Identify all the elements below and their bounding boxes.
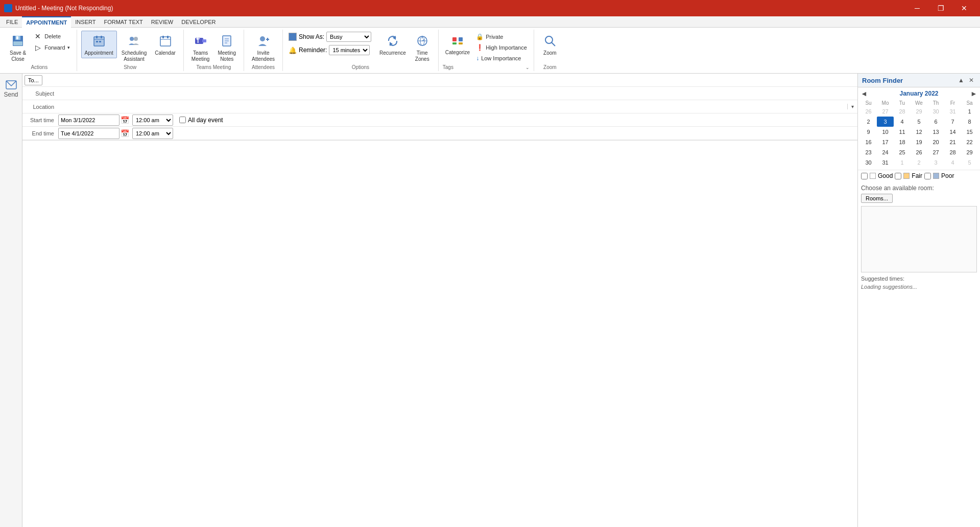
- minimize-button[interactable]: ─: [905, 0, 929, 16]
- menu-appointment[interactable]: APPOINTMENT: [22, 16, 71, 28]
- end-date-input[interactable]: [58, 128, 119, 139]
- close-button[interactable]: ✕: [952, 0, 976, 16]
- save-close-label: Save &Close: [10, 50, 26, 62]
- private-button[interactable]: 🔒 Private: [473, 32, 530, 42]
- calendar-day[interactable]: 3: [877, 117, 894, 127]
- teams-meeting-button[interactable]: T TeamsMeeting: [188, 31, 213, 64]
- calendar-day[interactable]: 27: [877, 106, 894, 117]
- calendar-day[interactable]: 17: [877, 137, 894, 147]
- body-area[interactable]: [22, 141, 857, 345]
- menu-review[interactable]: REVIEW: [147, 16, 177, 28]
- location-row: Location ▾: [22, 100, 857, 113]
- start-time-select[interactable]: 12:00 am: [132, 114, 173, 126]
- calendar-day[interactable]: 29: [961, 147, 978, 157]
- calendar-day[interactable]: 22: [961, 137, 978, 147]
- to-input[interactable]: [44, 75, 857, 85]
- recurrence-button[interactable]: Recurrence: [376, 31, 410, 58]
- meeting-notes-button[interactable]: MeetingNotes: [214, 31, 240, 64]
- appointment-button[interactable]: Appointment: [81, 31, 117, 58]
- save-close-button[interactable]: Save &Close: [6, 31, 30, 64]
- calendar-day[interactable]: 20: [927, 137, 944, 147]
- room-finder-close-btn[interactable]: ✕: [967, 76, 976, 85]
- to-button[interactable]: To...: [25, 75, 42, 85]
- fair-checkbox[interactable]: [895, 173, 901, 179]
- zoom-button[interactable]: Zoom: [538, 31, 562, 58]
- calendar-day[interactable]: 9: [860, 127, 877, 137]
- high-importance-icon: ❗: [476, 44, 484, 51]
- calendar-day[interactable]: 15: [961, 127, 978, 137]
- next-month-button[interactable]: ►: [970, 89, 978, 98]
- tags-expand-icon[interactable]: ⌄: [525, 65, 530, 70]
- calendar-day[interactable]: 5: [911, 117, 927, 127]
- calendar-day[interactable]: 4: [944, 157, 961, 168]
- calendar-day[interactable]: 1: [961, 106, 978, 117]
- menu-format-text[interactable]: FORMAT TEXT: [100, 16, 147, 28]
- show-as-select[interactable]: Busy Free Tentative Out of Office: [326, 32, 371, 42]
- subject-input[interactable]: [58, 88, 857, 99]
- calendar-day[interactable]: 3: [927, 157, 944, 168]
- allday-checkbox[interactable]: [179, 117, 186, 123]
- calendar-day[interactable]: 25: [894, 147, 911, 157]
- calendar-day[interactable]: 21: [944, 137, 961, 147]
- subject-row: Subject: [22, 87, 857, 100]
- calendar-day[interactable]: 31: [944, 106, 961, 117]
- calendar-day[interactable]: 11: [894, 127, 911, 137]
- send-button[interactable]: Send: [2, 77, 20, 100]
- calendar-day[interactable]: 2: [860, 117, 877, 127]
- calendar-day[interactable]: 27: [927, 147, 944, 157]
- calendar-day[interactable]: 24: [877, 147, 894, 157]
- svg-point-40: [545, 36, 553, 43]
- calendar-day[interactable]: 14: [944, 127, 961, 137]
- room-finder-expand-btn[interactable]: ▲: [957, 76, 966, 85]
- restore-button[interactable]: ❐: [929, 0, 952, 16]
- calendar-day[interactable]: 6: [927, 117, 944, 127]
- calendar-button[interactable]: Calendar: [151, 31, 179, 58]
- time-zones-button[interactable]: TimeZones: [411, 31, 434, 64]
- calendar-day[interactable]: 8: [961, 117, 978, 127]
- send-label: Send: [4, 91, 18, 98]
- start-date-input[interactable]: [58, 114, 119, 126]
- calendar-day[interactable]: 26: [911, 147, 927, 157]
- cal-header-sa: Sa: [961, 100, 978, 106]
- low-importance-button[interactable]: ↓ Low Importance: [473, 53, 530, 63]
- end-time-select[interactable]: 12:00 am: [132, 128, 173, 139]
- high-importance-button[interactable]: ❗ High Importance: [473, 42, 530, 53]
- calendar-day[interactable]: 29: [911, 106, 927, 117]
- start-date-calendar-icon[interactable]: 📅: [121, 116, 129, 124]
- good-checkbox[interactable]: [861, 173, 868, 179]
- calendar-day[interactable]: 23: [860, 147, 877, 157]
- to-row: To...: [22, 74, 857, 87]
- invite-attendees-button[interactable]: InviteAttendees: [248, 31, 278, 64]
- location-dropdown-icon[interactable]: ▾: [847, 104, 857, 109]
- calendar-day[interactable]: 16: [860, 137, 877, 147]
- calendar-day[interactable]: 31: [877, 157, 894, 168]
- menu-file[interactable]: FILE: [2, 16, 22, 28]
- calendar-day[interactable]: 13: [927, 127, 944, 137]
- calendar-day[interactable]: 18: [894, 137, 911, 147]
- calendar-day[interactable]: 30: [860, 157, 877, 168]
- poor-checkbox[interactable]: [924, 173, 931, 179]
- location-input[interactable]: [58, 102, 847, 112]
- calendar-day[interactable]: 28: [894, 106, 911, 117]
- reminder-select[interactable]: 15 minutes None 5 minutes 30 minutes 1 h…: [329, 45, 370, 55]
- calendar-day[interactable]: 7: [944, 117, 961, 127]
- calendar-day[interactable]: 19: [911, 137, 927, 147]
- menu-developer[interactable]: DEVELOPER: [177, 16, 220, 28]
- calendar-day[interactable]: 28: [944, 147, 961, 157]
- calendar-day[interactable]: 4: [894, 117, 911, 127]
- calendar-day[interactable]: 30: [927, 106, 944, 117]
- calendar-day[interactable]: 10: [877, 127, 894, 137]
- delete-button[interactable]: ✕ Delete: [31, 31, 72, 42]
- calendar-day[interactable]: 26: [860, 106, 877, 117]
- prev-month-button[interactable]: ◄: [860, 89, 868, 98]
- calendar-day[interactable]: 2: [911, 157, 927, 168]
- scheduling-assistant-button[interactable]: SchedulingAssistant: [118, 31, 150, 64]
- menu-insert[interactable]: INSERT: [71, 16, 100, 28]
- forward-button[interactable]: ▷ Forward ▾: [31, 42, 72, 53]
- calendar-day[interactable]: 1: [894, 157, 911, 168]
- calendar-day[interactable]: 5: [961, 157, 978, 168]
- rooms-button[interactable]: Rooms...: [861, 194, 893, 203]
- categorize-button[interactable]: Categorize: [443, 31, 472, 63]
- end-date-calendar-icon[interactable]: 📅: [121, 129, 129, 138]
- calendar-day[interactable]: 12: [911, 127, 927, 137]
